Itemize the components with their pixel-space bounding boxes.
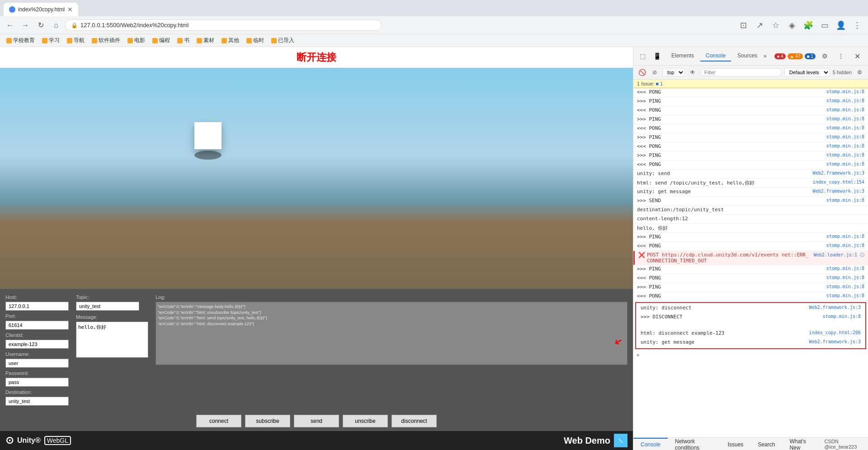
expand-button[interactable]: ⤡ xyxy=(614,434,627,447)
clientid-input[interactable] xyxy=(5,340,69,349)
bookmark-icon[interactable]: ☆ xyxy=(769,18,783,33)
devtools-badges: ● 4 ▲ 47 ■ 1 ⚙ ⋮ ✕ xyxy=(774,49,864,63)
log-source[interactable]: stomp.min.js:8 xyxy=(826,293,864,298)
bookmark-已导入[interactable]: 已导入 xyxy=(269,36,297,45)
forward-button[interactable]: → xyxy=(19,19,32,32)
log-source[interactable]: Web2.framework.js:3 xyxy=(809,305,861,310)
footer-tab-whatsnew[interactable]: What's New xyxy=(782,438,821,450)
log-source[interactable]: stomp.min.js:8 xyxy=(826,116,864,121)
log-entry: html: send /topic/unity_test, hello,你好 i… xyxy=(633,179,868,188)
password-input[interactable] xyxy=(5,378,69,387)
inspect-element-button[interactable]: ⬚ xyxy=(637,51,648,62)
host-input[interactable] xyxy=(5,302,69,311)
main-area: 断开连接 Host: Port: xyxy=(0,47,868,450)
footer-tab-network[interactable]: Network conditions xyxy=(668,438,721,450)
footer-tab-issues[interactable]: Issues xyxy=(721,438,751,450)
tab-sources[interactable]: Sources xyxy=(732,51,763,62)
bookmark-学习[interactable]: 学习 xyxy=(39,36,62,45)
issues-link[interactable]: ■ 1 xyxy=(656,81,663,86)
eye-button[interactable]: 👁 xyxy=(688,67,698,77)
menu-icon[interactable]: ⋮ xyxy=(850,18,864,33)
bookmark-编程[interactable]: 编程 xyxy=(150,36,173,45)
username-input[interactable] xyxy=(5,359,69,368)
footer-tab-search[interactable]: Search xyxy=(750,438,782,450)
console-log[interactable]: <<< PONG stomp.min.js:8 >>> PING stomp.m… xyxy=(633,88,868,437)
log-source[interactable]: stomp.min.js:8 xyxy=(826,266,864,271)
log-text: "errCode":0,"errInfo":"message body:hell… xyxy=(158,304,625,310)
preserve-log-button[interactable]: ⊘ xyxy=(650,67,660,77)
profile-icon[interactable]: 👤 xyxy=(834,18,848,33)
address-bar[interactable]: 🔒 127.0.0.1:5500/Web2/index%20copy.html xyxy=(65,19,382,31)
log-source[interactable]: stomp.min.js:8 xyxy=(826,134,864,139)
log-source[interactable]: index_copy.html:154 xyxy=(813,180,864,185)
bookmark-软件插件[interactable]: 软件插件 xyxy=(89,36,123,45)
tab-elements[interactable]: Elements xyxy=(666,51,699,62)
log-source[interactable]: Web2.framework.js:3 xyxy=(809,339,861,344)
more-tabs-button[interactable]: » xyxy=(764,53,767,59)
bookmark-电影[interactable]: 电影 xyxy=(125,36,148,45)
share-icon[interactable]: ↗ xyxy=(752,18,767,33)
filter-input[interactable] xyxy=(700,68,782,76)
log-source[interactable]: Web2.framework.js:3 xyxy=(813,171,864,175)
log-source[interactable]: stomp.min.js:8 xyxy=(826,284,864,289)
log-level-selector[interactable]: Default levels xyxy=(784,68,830,77)
log-source[interactable]: stomp.min.js:8 xyxy=(826,275,864,280)
console-settings-button[interactable]: ⚙ xyxy=(854,67,864,77)
log-source[interactable]: stomp.min.js:8 xyxy=(826,125,864,130)
log-source[interactable]: stomp.min.js:8 xyxy=(826,98,864,103)
puzzle-icon[interactable]: 🧩 xyxy=(801,18,816,33)
topic-input[interactable] xyxy=(76,302,139,311)
log-source[interactable]: stomp.min.js:8 xyxy=(826,161,864,166)
log-source[interactable]: Web2.loader.js:1 ⓘ xyxy=(814,252,864,258)
console-prompt[interactable]: ▶ xyxy=(633,350,868,360)
bookmark-导航[interactable]: 导航 xyxy=(64,36,87,45)
log-text: unity: send xyxy=(637,171,809,176)
log-source[interactable]: stomp.min.js:8 xyxy=(826,152,864,157)
reload-button[interactable]: ↻ xyxy=(34,19,47,32)
log-source[interactable]: stomp.min.js:8 xyxy=(826,234,864,239)
home-button[interactable]: ⌂ xyxy=(50,19,62,32)
unsubscribe-button[interactable]: unscribe xyxy=(343,415,388,427)
disconnect-button[interactable]: disconnect xyxy=(392,415,437,427)
connect-button[interactable]: connect xyxy=(196,415,241,427)
bookmark-folder-icon xyxy=(197,38,202,43)
bookmark-素材[interactable]: 素材 xyxy=(194,36,217,45)
back-button[interactable]: ← xyxy=(4,19,16,32)
bookmark-folder-icon xyxy=(67,38,72,43)
message-textarea[interactable]: hello,你好 xyxy=(76,322,148,358)
log-content: "errCode":0,"errInfo":"message body:hell… xyxy=(156,302,627,365)
sidebar-icon[interactable]: ▭ xyxy=(817,18,832,33)
tab-console[interactable]: Console xyxy=(700,51,731,62)
destination-input[interactable] xyxy=(5,397,69,406)
bookmark-其他[interactable]: 其他 xyxy=(219,36,242,45)
extension-icon[interactable]: ◈ xyxy=(785,18,799,33)
bookmark-学校教育[interactable]: 学校教育 xyxy=(4,36,38,45)
browser-tab[interactable]: index%20copy.html ✕ xyxy=(4,3,78,16)
host-field-group: Host: xyxy=(5,294,69,311)
log-source[interactable]: stomp.min.js:8 xyxy=(826,107,864,112)
log-entry: >>> PING stomp.min.js:8 xyxy=(633,265,868,274)
log-source[interactable]: stomp.min.js:8 xyxy=(823,314,861,319)
log-source[interactable]: stomp.min.js:8 xyxy=(826,198,864,203)
port-input[interactable] xyxy=(5,321,69,330)
bookmark-临时[interactable]: 临时 xyxy=(244,36,267,45)
button-row: connect subscribe send unscribe disconne… xyxy=(0,411,633,431)
cast-icon[interactable]: ⊡ xyxy=(736,18,750,33)
settings-button[interactable]: ⚙ xyxy=(817,49,832,63)
log-source[interactable]: stomp.min.js:8 xyxy=(826,143,864,148)
log-source[interactable]: Web2.framework.js:3 xyxy=(813,189,864,194)
log-entry: >>> PING stomp.min.js:8 xyxy=(633,97,868,106)
log-source[interactable]: index_copy.html:206 xyxy=(809,330,861,335)
subscribe-button[interactable]: subscribe xyxy=(245,415,290,427)
log-source[interactable]: stomp.min.js:8 xyxy=(826,89,864,94)
send-button[interactable]: send xyxy=(294,415,339,427)
more-options-button[interactable]: ⋮ xyxy=(834,49,848,63)
clear-console-button[interactable]: 🚫 xyxy=(637,67,647,77)
close-devtools-button[interactable]: ✕ xyxy=(850,49,864,63)
footer-tab-console[interactable]: Console xyxy=(633,438,668,450)
context-selector[interactable]: top xyxy=(662,68,685,77)
bookmark-书[interactable]: 书 xyxy=(175,36,192,45)
log-source[interactable]: stomp.min.js:8 xyxy=(826,243,864,248)
tab-close-button[interactable]: ✕ xyxy=(67,6,73,13)
device-toolbar-button[interactable]: 📱 xyxy=(651,51,662,62)
